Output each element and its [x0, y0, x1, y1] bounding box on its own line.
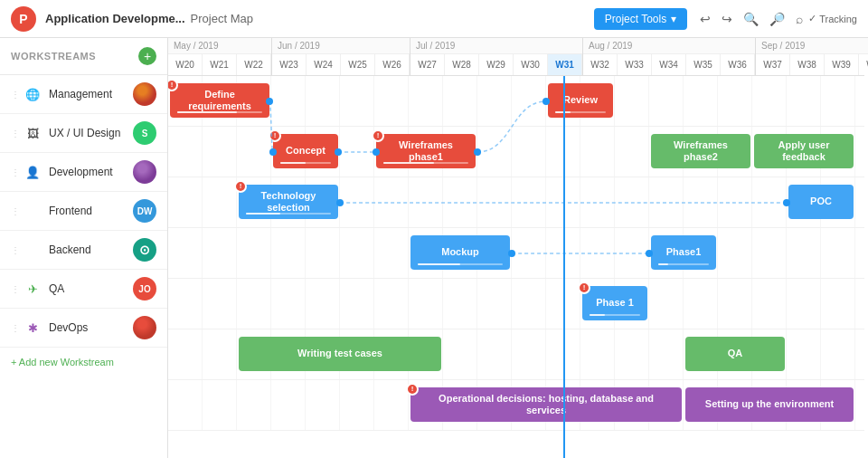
task-label: Wireframes phase2	[658, 139, 743, 163]
add-workstream-link[interactable]: + Add new Workstream	[0, 348, 167, 377]
alert-badge: !	[578, 281, 590, 294]
sidebar-title: WORKSTREAMS	[11, 51, 96, 62]
sidebar-label-management: Management	[49, 88, 133, 100]
sidebar-item-qa[interactable]: ⋮✈QAJO	[0, 270, 167, 309]
week-label: W30	[514, 54, 548, 75]
drag-handle: ⋮	[11, 90, 20, 100]
progress-fill	[418, 263, 460, 265]
alert-badge: !	[406, 383, 419, 396]
task-bar-wireframes-p2[interactable]: Wireframes phase2	[651, 134, 750, 168]
week-label: W23	[272, 54, 307, 75]
task-label: QA	[728, 348, 743, 359]
gantt-area[interactable]: May / 2019W20W21W22Jun / 2019W23W24W25W2…	[168, 38, 868, 458]
task-bar-poc[interactable]: POC	[788, 185, 854, 219]
task-label: Review	[563, 94, 598, 106]
week-label: W33	[618, 54, 652, 75]
week-label: W27	[410, 54, 445, 75]
task-bar-apply-feedback[interactable]: Apply user feedback	[754, 134, 854, 168]
week-label: W32	[583, 54, 618, 75]
qa-icon: ✈	[24, 282, 42, 296]
connection-dot	[542, 98, 550, 105]
task-bar-wireframes-p1[interactable]: !Wireframes phase1	[376, 134, 476, 168]
week-label: W31	[548, 54, 582, 75]
connection-dot	[373, 148, 380, 156]
month-label: Aug / 2019	[583, 38, 755, 54]
undo-button[interactable]: ↩	[694, 8, 716, 30]
sidebar-item-management[interactable]: ⋮🌐Management	[0, 75, 167, 114]
week-label: W37	[756, 54, 790, 75]
task-bar-writing-tests[interactable]: Writing test cases	[239, 337, 441, 371]
sidebar-label-development: Development	[49, 166, 133, 178]
task-bar-phase1-frontend[interactable]: Phase1	[651, 235, 716, 270]
search-button[interactable]: ⌕	[790, 8, 808, 30]
today-line: Today	[563, 76, 565, 458]
drag-handle: ⋮	[11, 206, 20, 216]
task-label: Setting up the environment	[705, 398, 834, 410]
main-area: WORKSTREAMS + ⋮🌐Management⋮🖼UX / UI Desi…	[0, 38, 868, 458]
zoom-in-button[interactable]: 🔎	[764, 8, 790, 30]
connection-dot	[336, 199, 344, 206]
alert-badge: !	[269, 129, 281, 142]
alert-badge: !	[234, 180, 247, 193]
ux-ui-design-icon: 🖼	[24, 127, 42, 140]
week-label: W20	[168, 54, 203, 75]
management-icon: 🌐	[24, 88, 42, 101]
task-bar-review[interactable]: Review	[548, 83, 613, 118]
sidebar-item-ux-ui-design[interactable]: ⋮🖼UX / UI DesignS	[0, 114, 167, 153]
month-label: Sep / 2019	[756, 38, 868, 54]
task-label: Mockup	[441, 246, 479, 258]
task-bar-setting-env[interactable]: Setting up the environment	[685, 387, 854, 422]
task-label: Phase1	[666, 246, 702, 258]
sidebar-item-frontend[interactable]: ⋮FrontendDW	[0, 192, 167, 231]
sidebar-header: WORKSTREAMS +	[0, 38, 167, 75]
page-title: Project Map	[191, 12, 253, 25]
progress-line	[658, 263, 709, 265]
task-label: Technology selection	[246, 190, 331, 214]
task-bar-tech-selection[interactable]: !Technology selection	[239, 185, 338, 219]
week-label: W25	[341, 54, 375, 75]
task-bar-phase1-backend[interactable]: !Phase 1	[582, 286, 647, 320]
task-label: Define requirements	[177, 89, 262, 112]
app-title: Application Developme...	[45, 12, 185, 25]
drag-handle: ⋮	[11, 129, 20, 138]
week-label: W24	[307, 54, 341, 75]
progress-line	[590, 314, 640, 316]
task-bar-define-req[interactable]: !Define requirements	[170, 83, 269, 118]
sidebar-label-frontend: Frontend	[49, 205, 133, 217]
task-label: Concept	[286, 145, 326, 157]
devops-icon: ✱	[24, 321, 42, 335]
task-bar-concept[interactable]: !Concept	[273, 134, 338, 168]
week-label: W40	[859, 54, 868, 75]
task-label: Operational decisions: hosting, database…	[418, 393, 675, 416]
month-group: Sep / 2019W37W38W39W40	[756, 38, 868, 75]
task-bar-qa-bar[interactable]: QA	[685, 337, 785, 371]
progress-fill	[590, 314, 605, 316]
avatar-development	[133, 160, 156, 184]
month-group: Jun / 2019W23W24W25W26	[272, 38, 410, 75]
month-label: Jul / 2019	[410, 38, 582, 54]
sidebar-label-backend: Backend	[49, 243, 133, 256]
project-tools-button[interactable]: Project Tools ▾	[594, 8, 687, 30]
connection-dot	[508, 250, 515, 257]
zoom-out-button[interactable]: 🔍	[738, 8, 764, 30]
week-label: W38	[790, 54, 825, 75]
connection-dot	[646, 250, 653, 257]
task-label: POC	[810, 196, 832, 207]
connection-dot	[269, 148, 277, 156]
sidebar-item-devops[interactable]: ⋮✱DevOps	[0, 309, 167, 348]
task-label: Phase 1	[596, 297, 634, 309]
month-label: Jun / 2019	[272, 38, 410, 54]
drag-handle: ⋮	[11, 323, 20, 333]
progress-line	[280, 162, 331, 164]
sidebar-item-development[interactable]: ⋮👤Development	[0, 153, 167, 192]
task-bar-op-decisions[interactable]: !Operational decisions: hosting, databas…	[410, 387, 682, 422]
avatar-ux-ui-design: S	[133, 121, 156, 145]
sidebar-item-backend[interactable]: ⋮Backend⊙	[0, 231, 167, 270]
progress-fill	[658, 263, 668, 265]
connection-dot	[474, 148, 481, 156]
redo-button[interactable]: ↪	[716, 8, 738, 30]
add-workstream-icon[interactable]: +	[138, 47, 156, 65]
week-label: W28	[445, 54, 479, 75]
connection-dot	[783, 199, 790, 206]
task-bar-mockup[interactable]: Mockup	[410, 235, 510, 270]
